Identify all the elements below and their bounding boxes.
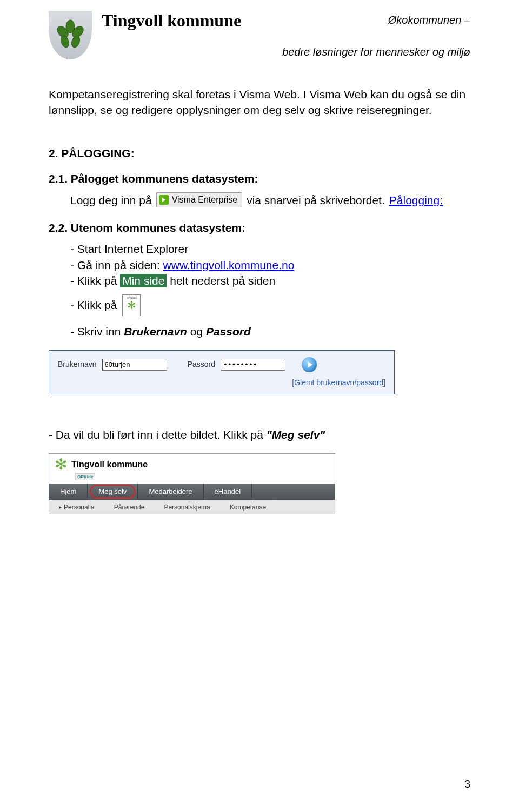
nav-subtabs: Personalia Pårørende Personalskjema Komp… xyxy=(49,500,335,514)
page-number: 3 xyxy=(464,778,470,790)
username-label: Brukernavn xyxy=(58,359,97,370)
svg-point-4 xyxy=(70,35,82,48)
intro-paragraph: Kompetanseregistrering skal foretas i Vi… xyxy=(49,86,470,118)
tiny-crest-icon[interactable]: Tingvoll ✻ xyxy=(122,294,141,316)
bullet-min-side: - Klikk på Min side helt nederst på side… xyxy=(70,273,470,288)
login-form-screenshot: Brukernavn Passord [Glemt brukernavn/pas… xyxy=(49,350,395,394)
svg-point-3 xyxy=(59,35,71,48)
after-login-text: - Da vil du bli ført inn i dette bildet.… xyxy=(49,427,470,442)
bullet-klikk-crest: - Klikk på Tingvoll ✻ xyxy=(70,294,470,316)
min-side-highlight: Min side xyxy=(120,274,167,287)
visma-enterprise-shortcut[interactable]: Visma Enterprise xyxy=(156,192,243,207)
play-icon xyxy=(159,195,169,205)
heading-2-1: 2.1. Pålogget kommunens datasystem: xyxy=(49,171,470,186)
bullet-go-site: - Gå inn på siden: www.tingvoll.kommune.… xyxy=(70,257,470,273)
header-subtitle-2: bedre løsninger for mennesker og miljø xyxy=(102,46,470,58)
nav-tabs: Hjem Meg selv Medarbeidere eHandel xyxy=(49,484,335,500)
subtab-personalskjema[interactable]: Personalskjema xyxy=(154,500,219,514)
nav-brand: ✻ Tingvoll kommune xyxy=(49,454,335,473)
visma-label: Visma Enterprise xyxy=(172,194,238,206)
nav-sublogo: ORKidé xyxy=(49,473,335,484)
bullet-start-ie: - Start Internet Explorer xyxy=(70,241,470,257)
tab-medarbeidere[interactable]: Medarbeidere xyxy=(138,484,203,500)
crest-icon xyxy=(49,11,92,59)
document-header: Tingvoll kommune Økokommunen – bedre løs… xyxy=(49,11,470,59)
bullet-credentials: - Skriv inn Brukernavn og Passord xyxy=(70,324,470,339)
subtab-personalia[interactable]: Personalia xyxy=(49,500,104,514)
tab-ehandel[interactable]: eHandel xyxy=(204,484,252,500)
password-input[interactable] xyxy=(221,359,285,371)
tab-meg-selv[interactable]: Meg selv xyxy=(88,484,138,500)
header-subtitle-1: Økokommunen – xyxy=(388,11,470,26)
subtab-parorende[interactable]: Pårørende xyxy=(104,500,155,514)
highlight-ring xyxy=(90,485,135,499)
username-input[interactable] xyxy=(102,359,167,371)
login-submit-button[interactable] xyxy=(302,357,317,372)
password-label: Passord xyxy=(188,359,215,370)
heading-palogging: 2. PÅLOGGING: xyxy=(49,145,470,161)
intro-section: Kompetanseregistrering skal foretas i Vi… xyxy=(49,86,470,118)
login-shortcut-row: Logg deg inn på Visma Enterprise via sna… xyxy=(49,192,470,208)
subtab-kompetanse[interactable]: Kompetanse xyxy=(220,500,276,514)
tab-hjem[interactable]: Hjem xyxy=(49,484,88,500)
navigation-screenshot: ✻ Tingvoll kommune ORKidé Hjem Meg selv … xyxy=(49,453,335,514)
nav-brand-name: Tingvoll kommune xyxy=(71,459,148,471)
login-on-text: Logg deg inn på xyxy=(70,192,152,208)
forgot-credentials-link[interactable]: [Glemt brukernavn/passord] xyxy=(292,378,385,387)
star-icon: ✻ xyxy=(55,457,67,472)
page-title: Tingvoll kommune xyxy=(102,11,241,31)
section-2: 2. PÅLOGGING: 2.1. Pålogget kommunens da… xyxy=(49,145,470,514)
heading-2-2: 2.2. Utenom kommunes datasystem: xyxy=(49,220,470,236)
palogging-link[interactable]: Pålogging: xyxy=(389,192,443,208)
via-text: via snarvei på skrivebordet. xyxy=(247,192,385,208)
instruction-list: - Start Internet Explorer - Gå inn på si… xyxy=(49,241,470,339)
tingvoll-link[interactable]: www.tingvoll.kommune.no xyxy=(163,259,295,271)
